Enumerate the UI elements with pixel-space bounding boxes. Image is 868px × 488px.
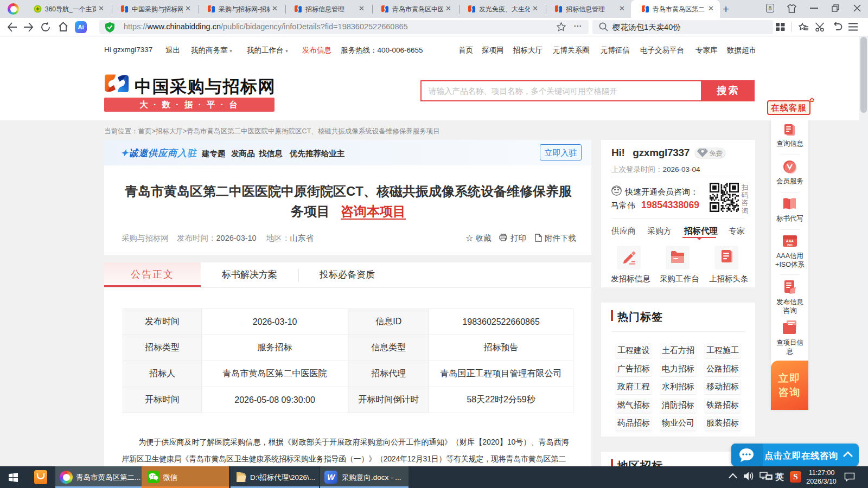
svg-text:AAA: AAA (786, 239, 794, 243)
svg-text:ISO: ISO (787, 243, 793, 247)
